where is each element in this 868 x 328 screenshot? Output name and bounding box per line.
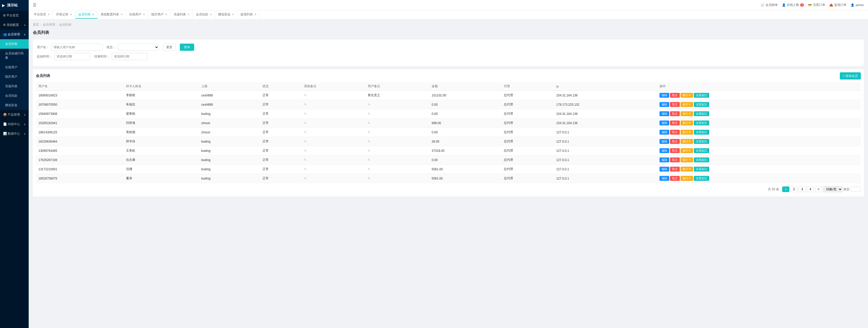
tab-online-users[interactable]: 在线用户 ✕ (126, 11, 148, 19)
tab-open-record[interactable]: 开奖记录 ✕ (53, 11, 75, 19)
page-btn-1[interactable]: 1 (782, 186, 789, 192)
sidebar-item-member-list[interactable]: 会员列表 (0, 39, 29, 49)
action-btn-bank[interactable]: 银行卡 (681, 102, 693, 107)
page-btn-3[interactable]: 3 (799, 186, 806, 192)
user-note-icon[interactable]: ✎ (368, 131, 370, 134)
page-btn-4[interactable]: 4 (807, 186, 814, 192)
action-btn-set[interactable]: 设置副注 (694, 158, 709, 162)
action-btn-bank[interactable]: 银行卡 (681, 176, 693, 181)
sys-note-icon[interactable]: ✎ (304, 112, 307, 116)
action-btn-set[interactable]: 设置副注 (694, 167, 709, 171)
recharge-order-item[interactable]: 💳 充置订单 (808, 3, 825, 7)
tab-close-member-list[interactable]: ✕ (92, 13, 94, 16)
user-note-icon[interactable]: ✎ (368, 140, 370, 143)
search-button[interactable]: 查询 (180, 44, 194, 51)
action-btn-set[interactable]: 设置副注 (694, 102, 709, 107)
action-btn-bank[interactable]: 银行卡 (681, 111, 693, 116)
action-btn-set[interactable]: 设置副注 (694, 120, 709, 126)
sidebar-item-blocked-users[interactable]: 阻拦用户 (0, 72, 29, 82)
sys-note-icon[interactable]: ✎ (304, 121, 307, 125)
action-btn-edit[interactable]: 编辑 (659, 176, 669, 181)
sidebar-item-data-center[interactable]: 📊 数据中心 ∨ (0, 129, 29, 138)
tab-close-blocked-users[interactable]: ✕ (165, 13, 167, 16)
sys-note-icon[interactable]: ✎ (304, 149, 307, 153)
action-btn-delete[interactable]: 取文 (670, 93, 680, 98)
suggest-order-item[interactable]: 📤 提现订单 (829, 3, 846, 7)
action-btn-set[interactable]: 设置副注 (694, 176, 709, 181)
action-btn-bank[interactable]: 银行卡 (681, 130, 693, 135)
member-purchase-item[interactable]: 🛒 会员购单 (761, 3, 778, 7)
sys-note-icon[interactable]: ✎ (304, 177, 307, 180)
tab-system-config-list[interactable]: 系统配置列表 ✕ (98, 11, 126, 19)
tab-close-return-gold[interactable]: ✕ (232, 13, 234, 16)
action-btn-set[interactable]: 设置副注 (694, 111, 709, 116)
tab-return-gold[interactable]: 赠送彩金 ✕ (215, 11, 238, 19)
tab-close-open-record[interactable]: ✕ (70, 13, 72, 16)
sidebar-item-online-users[interactable]: 在线用户 (0, 62, 29, 72)
action-btn-bank[interactable]: 银行卡 (681, 167, 693, 171)
user-note-icon[interactable]: ✎ (368, 149, 370, 153)
sys-note-icon[interactable]: ✎ (304, 158, 307, 162)
tab-close-member-deduct[interactable]: ✕ (210, 13, 212, 16)
tab-recharge-list[interactable]: 充值列表 ✕ (170, 11, 193, 19)
online-people-item[interactable]: 👤 在线人数 3 (782, 3, 804, 7)
action-btn-bank[interactable]: 银行卡 (681, 139, 693, 144)
user-note-icon[interactable]: ✎ (368, 167, 370, 171)
action-btn-edit[interactable]: 编辑 (659, 111, 669, 116)
action-btn-edit[interactable]: 编辑 (659, 130, 669, 135)
tab-close-online-users[interactable]: ✕ (143, 13, 145, 16)
page-jump-input[interactable] (850, 187, 861, 192)
action-btn-bank[interactable]: 银行卡 (681, 93, 693, 98)
action-btn-bank[interactable]: 银行卡 (681, 120, 693, 126)
sidebar-item-recharge-list[interactable]: 充值列表 (0, 82, 29, 91)
page-size-select[interactable]: 10条/页 20条/页 50条/页 (823, 186, 842, 192)
action-btn-edit[interactable]: 编辑 (659, 167, 669, 171)
breadcrumb-member-mgmt[interactable]: 会员管理 (43, 23, 55, 27)
username-input[interactable] (51, 44, 102, 51)
menu-toggle-icon[interactable]: ☰ (33, 3, 36, 7)
status-select[interactable]: 正常 禁用 (118, 44, 159, 51)
sidebar-item-content-center[interactable]: 📄 内容中心 ∨ (0, 119, 29, 129)
sys-note-icon[interactable]: ✎ (304, 131, 307, 134)
action-btn-delete[interactable]: 取文 (670, 176, 680, 181)
sidebar-item-product-mgmt[interactable]: 📦 产品管理 ∨ (0, 110, 29, 119)
action-btn-delete[interactable]: 取文 (670, 167, 680, 171)
action-btn-delete[interactable]: 取文 (670, 111, 680, 116)
tab-close-platform-home[interactable]: ✕ (48, 13, 50, 16)
action-btn-delete[interactable]: 取文 (670, 120, 680, 126)
action-btn-delete[interactable]: 取文 (670, 102, 680, 107)
action-btn-delete[interactable]: 取文 (670, 139, 680, 144)
action-btn-edit[interactable]: 编辑 (659, 102, 669, 107)
action-btn-bank[interactable]: 银行卡 (681, 158, 693, 162)
sys-note-icon[interactable]: ✎ (304, 140, 307, 143)
tab-close-recharge-list[interactable]: ✕ (187, 13, 189, 16)
breadcrumb-home[interactable]: 首页 (33, 23, 39, 27)
sys-note-icon[interactable]: ✎ (304, 167, 307, 171)
tab-member-list[interactable]: 会员列表 ✕ (75, 11, 98, 19)
action-btn-edit[interactable]: 编辑 (659, 120, 669, 126)
start-date-input[interactable] (54, 53, 90, 60)
tab-close-recommend-list[interactable]: ✕ (254, 13, 256, 16)
action-btn-bank[interactable]: 银行卡 (681, 148, 693, 153)
action-btn-delete[interactable]: 取文 (670, 148, 680, 153)
sidebar-item-platform[interactable]: ⊞ 平台首页 (0, 11, 29, 20)
tab-blocked-users[interactable]: 阻拦用户 ✕ (148, 11, 170, 19)
sidebar-item-system-config[interactable]: ⚙ 系统配置 ∨ (0, 20, 29, 30)
sidebar-item-member-add-points[interactable]: 会员加减打码量 (0, 49, 29, 62)
user-note-icon[interactable]: ✎ (368, 121, 370, 125)
user-note-icon[interactable]: ✎ (368, 158, 370, 162)
action-btn-delete[interactable]: 取文 (670, 130, 680, 135)
action-btn-edit[interactable]: 编辑 (659, 93, 669, 98)
end-date-input[interactable] (112, 53, 148, 60)
tab-platform-home[interactable]: 平台首页 ✕ (31, 11, 53, 19)
action-btn-edit[interactable]: 编辑 (659, 139, 669, 144)
sidebar-item-member-deduct[interactable]: 会员扣款 (0, 91, 29, 101)
tab-recommend-list[interactable]: 提现列表 ✕ (238, 11, 260, 19)
action-btn-set[interactable]: 设置副注 (694, 93, 709, 98)
user-note-icon[interactable]: ✎ (368, 112, 370, 116)
action-btn-set[interactable]: 设置副注 (694, 148, 709, 153)
page-btn-next[interactable]: > (815, 186, 822, 192)
page-btn-2[interactable]: 2 (790, 186, 798, 192)
admin-item[interactable]: 👤 admin (850, 3, 864, 7)
sidebar-item-return-gold[interactable]: 赠送彩金 (0, 101, 29, 110)
